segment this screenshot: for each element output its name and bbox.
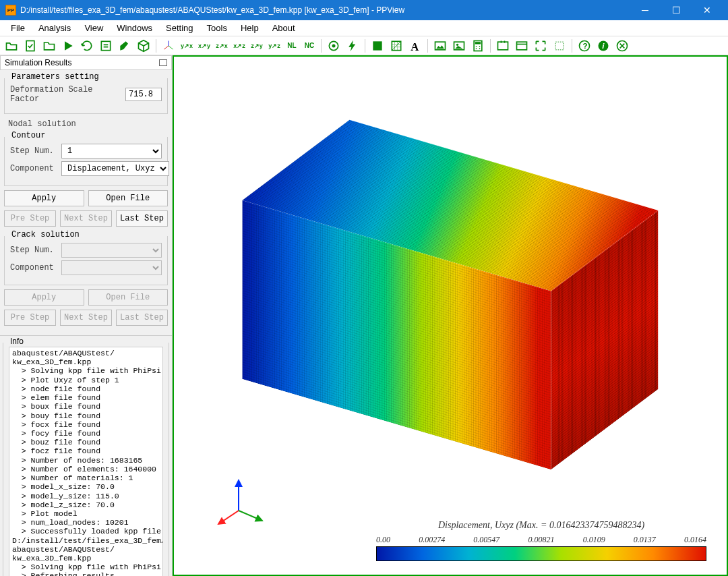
svg-text:?: ? — [583, 41, 588, 50]
menu-setting[interactable]: Setting — [159, 21, 200, 35]
svg-point-14 — [476, 48, 477, 49]
svg-text:A: A — [411, 40, 419, 52]
view-zx-icon[interactable]: z↗x — [214, 38, 230, 54]
info-log[interactable]: abaqustest/ABAQUStest/kw_exa_3D_fem.kpp … — [9, 347, 163, 576]
menu-file[interactable]: File — [4, 21, 32, 35]
target-icon[interactable] — [325, 38, 342, 54]
parameters-group: Parameters setting Deformation Scale Fac… — [4, 78, 168, 114]
view-yz-icon[interactable]: y↗z — [266, 38, 282, 54]
file-check-icon[interactable] — [22, 38, 39, 54]
simulation-results-panel-title: Simulation Results — [0, 55, 172, 70]
sidebar: Simulation Results Parameters setting De… — [0, 55, 173, 576]
menu-windows[interactable]: Windows — [110, 21, 159, 35]
info-icon[interactable]: i — [595, 38, 612, 54]
exit-icon[interactable] — [613, 38, 631, 54]
svg-point-12 — [476, 46, 477, 47]
crack-laststep-button: Last Step — [116, 310, 168, 326]
panel-title-label: Simulation Results — [5, 58, 71, 67]
component-select[interactable]: Displacement, Uxyz — [61, 161, 169, 176]
svg-point-9 — [456, 43, 458, 45]
menu-about[interactable]: About — [266, 21, 302, 35]
laststep-button[interactable]: Last Step — [116, 210, 168, 227]
crack-comp-label: Component — [10, 263, 57, 272]
crack-group-label: Crack solution — [9, 230, 82, 239]
hatch-icon[interactable] — [388, 38, 405, 54]
contour-group: Contour Step Num. 1 Component Displaceme… — [4, 137, 168, 186]
help-icon[interactable]: ? — [576, 38, 593, 54]
fem-mesh-cuboid — [296, 161, 605, 430]
export-icon[interactable] — [97, 38, 115, 54]
view-yx-icon[interactable]: y↗x — [179, 38, 195, 54]
axes-triad — [212, 473, 272, 534]
menu-analysis[interactable]: Analysis — [32, 21, 78, 35]
svg-rect-0 — [26, 40, 34, 51]
select-icon[interactable] — [551, 38, 568, 54]
nc-toggle-icon[interactable]: NC — [301, 38, 317, 54]
nodal-solution-label: Nodal solution — [3, 115, 169, 130]
svg-line-26 — [239, 511, 262, 521]
crack-step-select — [61, 243, 162, 258]
svg-rect-1 — [101, 41, 110, 50]
step-num-label: Step Num. — [10, 146, 57, 156]
calculator-icon[interactable] — [469, 38, 487, 54]
cube-icon[interactable] — [135, 38, 152, 54]
viewport-3d[interactable]: Displacement, Uxyz (Max. = 0.01642337475… — [173, 55, 728, 576]
dock-icon[interactable] — [159, 59, 167, 66]
view-xz-icon[interactable]: x↗z — [231, 38, 247, 54]
svg-point-13 — [479, 46, 481, 47]
svg-rect-11 — [475, 42, 481, 44]
solid-fill-icon[interactable] — [369, 38, 386, 54]
step-num-select[interactable]: 1 — [61, 144, 162, 159]
info-group-label: Info — [7, 337, 26, 346]
def-scale-label: Deformation Scale Factor — [10, 85, 121, 104]
text-icon[interactable]: A — [406, 38, 424, 54]
svg-point-3 — [332, 44, 336, 47]
svg-rect-4 — [373, 41, 382, 50]
minimize-button[interactable]: ─ — [630, 0, 661, 20]
play-icon[interactable] — [59, 38, 77, 54]
image2-icon[interactable] — [450, 38, 468, 54]
svg-line-25 — [218, 511, 239, 524]
screenshot-icon[interactable] — [494, 38, 512, 54]
close-button[interactable]: ✕ — [692, 0, 723, 20]
menu-help[interactable]: Help — [234, 21, 266, 35]
toolbar: y↗x x↗y z↗x x↗z z↗y y↗z NL NC A ? i — [0, 36, 728, 55]
crack-group: Crack solution Step Num. Component — [4, 236, 168, 285]
crack-prestep-button: Pre Step — [4, 310, 56, 326]
prestep-button: Pre Step — [4, 210, 56, 227]
parameters-group-label: Parameters setting — [9, 72, 102, 82]
legend-title: Displacement, Uxyz (Max. = 0.01642337475… — [376, 520, 706, 531]
legend-ticks: 0.000.002740.005470.008210.01090.01370.0… — [376, 535, 706, 545]
image-icon[interactable] — [431, 38, 449, 54]
crack-comp-select — [61, 260, 162, 275]
window-title: D:/install/test/files_exa_3D_fem/abaqust… — [20, 5, 630, 15]
app-icon: PP — [5, 5, 16, 16]
svg-point-15 — [479, 48, 481, 49]
component-label: Component — [10, 164, 57, 173]
lightning-icon[interactable] — [344, 38, 361, 54]
svg-rect-18 — [555, 42, 564, 50]
view-xy-icon[interactable]: x↗y — [196, 38, 212, 54]
folder-icon[interactable] — [40, 38, 58, 54]
crack-openfile-button: Open File — [88, 289, 169, 306]
window-icon[interactable] — [513, 38, 530, 54]
crack-step-label: Step Num. — [10, 246, 57, 255]
menu-view[interactable]: View — [78, 21, 110, 35]
window-titlebar: PP D:/install/test/files_exa_3D_fem/abaq… — [0, 0, 728, 20]
brush-icon[interactable] — [116, 38, 133, 54]
nl-toggle-icon[interactable]: NL — [284, 38, 300, 54]
apply-button[interactable]: Apply — [4, 190, 84, 206]
openfile-button[interactable]: Open File — [88, 190, 169, 206]
axes-triad-icon[interactable] — [160, 38, 177, 54]
contour-group-label: Contour — [9, 131, 48, 140]
expand-icon[interactable] — [532, 38, 549, 54]
refresh-icon[interactable] — [78, 38, 96, 54]
maximize-button[interactable]: ☐ — [661, 0, 692, 20]
svg-rect-16 — [498, 42, 508, 50]
svg-rect-17 — [517, 42, 527, 50]
info-group: Info abaqustest/ABAQUStest/kw_exa_3D_fem… — [3, 343, 169, 576]
def-scale-input[interactable] — [125, 88, 162, 101]
open-icon[interactable] — [3, 38, 20, 54]
view-zy-icon[interactable]: z↗y — [249, 38, 265, 54]
menu-tools[interactable]: Tools — [200, 21, 234, 35]
